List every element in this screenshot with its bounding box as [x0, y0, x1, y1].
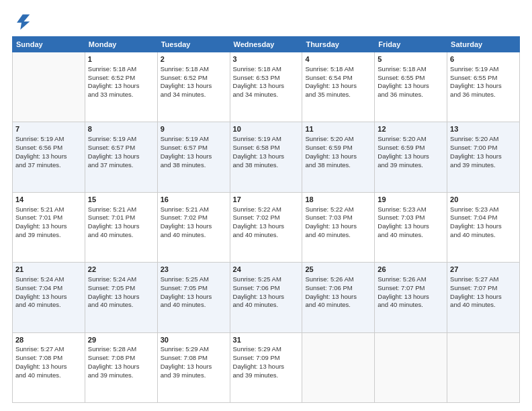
daylight-minutes-text: and 36 minutes. [378, 91, 444, 99]
calendar-cell: 28Sunrise: 5:27 AMSunset: 7:08 PMDayligh… [13, 332, 85, 402]
sunrise-text: Sunrise: 5:26 AM [305, 275, 371, 284]
sunrise-text: Sunrise: 5:23 AM [450, 205, 517, 214]
day-number: 21 [15, 265, 82, 275]
day-number: 13 [450, 124, 517, 134]
daylight-minutes-text: and 39 minutes. [450, 161, 517, 170]
calendar-cell: 10Sunrise: 5:19 AMSunset: 6:58 PMDayligh… [230, 122, 302, 192]
daylight-minutes-text: and 33 minutes. [88, 91, 154, 99]
sunset-text: Sunset: 7:07 PM [450, 284, 517, 293]
day-number: 26 [378, 265, 444, 275]
daylight-minutes-text: and 34 minutes. [233, 91, 300, 99]
daylight-text: Daylight: 13 hours [161, 152, 227, 161]
daylight-minutes-text: and 40 minutes. [378, 231, 444, 240]
day-number: 12 [378, 124, 444, 134]
calendar-cell: 1Sunrise: 5:18 AMSunset: 6:52 PMDaylight… [85, 52, 157, 122]
calendar-cell: 24Sunrise: 5:25 AMSunset: 7:06 PMDayligh… [230, 263, 302, 332]
calendar-cell: 16Sunrise: 5:21 AMSunset: 7:02 PMDayligh… [157, 192, 230, 262]
daylight-minutes-text: and 40 minutes. [161, 301, 227, 310]
day-header-thursday: Thursday [302, 37, 375, 52]
daylight-minutes-text: and 39 minutes. [378, 161, 444, 170]
calendar-cell: 30Sunrise: 5:29 AMSunset: 7:08 PMDayligh… [157, 332, 230, 402]
sunrise-text: Sunrise: 5:23 AM [378, 205, 444, 214]
sunrise-text: Sunrise: 5:20 AM [305, 135, 371, 144]
sunset-text: Sunset: 7:02 PM [161, 214, 227, 222]
sunset-text: Sunset: 7:06 PM [305, 284, 371, 293]
calendar-cell [302, 332, 375, 402]
day-number: 11 [305, 124, 371, 134]
daylight-text: Daylight: 13 hours [378, 293, 444, 302]
sunrise-text: Sunrise: 5:25 AM [161, 275, 227, 284]
daylight-text: Daylight: 13 hours [233, 363, 300, 371]
sunset-text: Sunset: 7:09 PM [233, 354, 300, 363]
day-number: 10 [233, 124, 300, 134]
day-number: 28 [15, 335, 82, 345]
sunset-text: Sunset: 6:59 PM [378, 144, 444, 152]
daylight-text: Daylight: 13 hours [161, 222, 227, 231]
sunrise-text: Sunrise: 5:26 AM [378, 275, 444, 284]
daylight-minutes-text: and 40 minutes. [88, 301, 154, 310]
calendar-cell [447, 332, 520, 402]
daylight-text: Daylight: 13 hours [233, 82, 300, 91]
daylight-minutes-text: and 39 minutes. [161, 371, 227, 380]
daylight-text: Daylight: 13 hours [88, 363, 154, 371]
daylight-text: Daylight: 13 hours [450, 222, 517, 231]
sunrise-text: Sunrise: 5:29 AM [161, 345, 227, 354]
calendar-cell: 2Sunrise: 5:18 AMSunset: 6:52 PMDaylight… [157, 52, 230, 122]
calendar-cell: 9Sunrise: 5:19 AMSunset: 6:57 PMDaylight… [157, 122, 230, 192]
day-number: 17 [233, 195, 300, 205]
calendar-cell: 14Sunrise: 5:21 AMSunset: 7:01 PMDayligh… [13, 192, 85, 262]
sunrise-text: Sunrise: 5:29 AM [233, 345, 300, 354]
calendar-cell: 5Sunrise: 5:18 AMSunset: 6:55 PMDaylight… [375, 52, 447, 122]
sunrise-text: Sunrise: 5:20 AM [378, 135, 444, 144]
daylight-text: Daylight: 13 hours [233, 152, 300, 161]
day-number: 3 [233, 54, 300, 64]
daylight-minutes-text: and 40 minutes. [15, 301, 82, 310]
day-number: 6 [450, 54, 517, 64]
calendar-cell: 19Sunrise: 5:23 AMSunset: 7:03 PMDayligh… [375, 192, 447, 262]
day-number: 18 [305, 195, 371, 205]
calendar-cell: 7Sunrise: 5:19 AMSunset: 6:56 PMDaylight… [13, 122, 85, 192]
sunset-text: Sunset: 6:59 PM [305, 144, 371, 152]
daylight-minutes-text: and 40 minutes. [161, 231, 227, 240]
calendar-cell: 15Sunrise: 5:21 AMSunset: 7:01 PMDayligh… [85, 192, 157, 262]
sunset-text: Sunset: 7:04 PM [15, 284, 82, 293]
sunset-text: Sunset: 7:08 PM [161, 354, 227, 363]
daylight-text: Daylight: 13 hours [450, 293, 517, 302]
daylight-minutes-text: and 38 minutes. [161, 161, 227, 170]
daylight-minutes-text: and 34 minutes. [161, 91, 227, 99]
sunset-text: Sunset: 7:06 PM [233, 284, 300, 293]
sunset-text: Sunset: 6:56 PM [15, 144, 82, 152]
daylight-text: Daylight: 13 hours [233, 293, 300, 302]
day-header-sunday: Sunday [13, 37, 85, 52]
sunrise-text: Sunrise: 5:21 AM [161, 205, 227, 214]
daylight-text: Daylight: 13 hours [450, 82, 517, 91]
calendar-cell: 13Sunrise: 5:20 AMSunset: 7:00 PMDayligh… [447, 122, 520, 192]
day-number: 14 [15, 195, 82, 205]
sunset-text: Sunset: 7:07 PM [378, 284, 444, 293]
day-number: 23 [161, 265, 227, 275]
daylight-text: Daylight: 13 hours [233, 222, 300, 231]
daylight-text: Daylight: 13 hours [15, 293, 82, 302]
daylight-text: Daylight: 13 hours [378, 152, 444, 161]
calendar-cell: 17Sunrise: 5:22 AMSunset: 7:02 PMDayligh… [230, 192, 302, 262]
day-number: 16 [161, 195, 227, 205]
day-number: 24 [233, 265, 300, 275]
daylight-minutes-text: and 37 minutes. [15, 161, 82, 170]
calendar-cell: 26Sunrise: 5:26 AMSunset: 7:07 PMDayligh… [375, 263, 447, 332]
sunrise-text: Sunrise: 5:22 AM [305, 205, 371, 214]
sunset-text: Sunset: 7:08 PM [15, 354, 82, 363]
header [12, 12, 520, 31]
sunset-text: Sunset: 7:05 PM [161, 284, 227, 293]
daylight-text: Daylight: 13 hours [88, 293, 154, 302]
daylight-minutes-text: and 40 minutes. [233, 231, 300, 240]
daylight-text: Daylight: 13 hours [88, 152, 154, 161]
daylight-text: Daylight: 13 hours [161, 363, 227, 371]
daylight-minutes-text: and 40 minutes. [305, 231, 371, 240]
daylight-minutes-text: and 38 minutes. [305, 161, 371, 170]
calendar-cell: 3Sunrise: 5:18 AMSunset: 6:53 PMDaylight… [230, 52, 302, 122]
sunrise-text: Sunrise: 5:19 AM [15, 135, 82, 144]
sunrise-text: Sunrise: 5:21 AM [15, 205, 82, 214]
sunset-text: Sunset: 7:02 PM [233, 214, 300, 222]
sunrise-text: Sunrise: 5:19 AM [450, 65, 517, 74]
sunrise-text: Sunrise: 5:27 AM [15, 345, 82, 354]
